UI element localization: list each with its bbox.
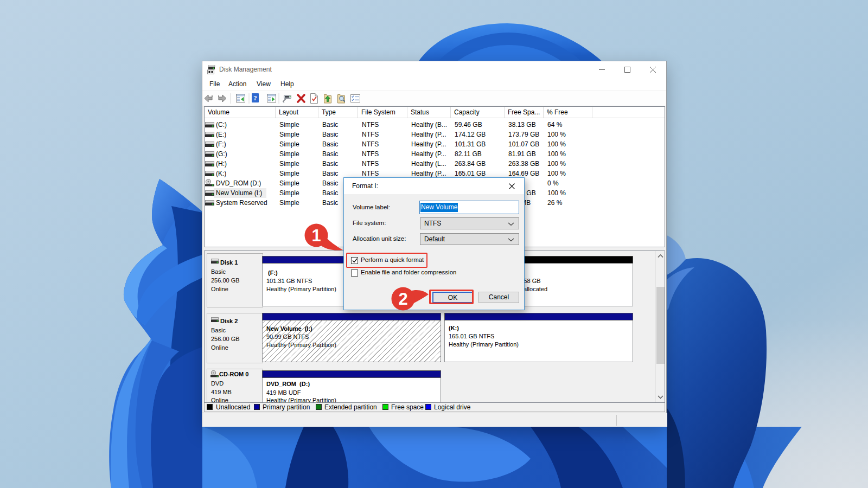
svg-text:1: 1 [311, 226, 321, 245]
svg-text:?: ? [253, 94, 257, 102]
svg-text:2: 2 [398, 290, 407, 309]
